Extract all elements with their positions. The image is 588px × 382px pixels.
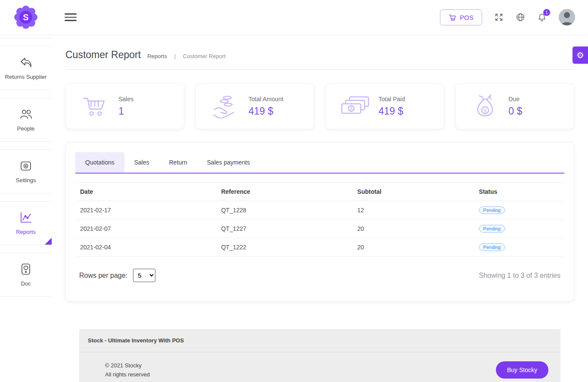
active-corner-indicator bbox=[45, 238, 52, 245]
table-row: 2021-02-04 QT_1222 20 Pending bbox=[77, 238, 563, 257]
status-badge: Pending bbox=[479, 206, 505, 214]
stat-label: Total Paid bbox=[378, 96, 405, 102]
sidebar-item-partial bbox=[0, 34, 52, 38]
copyright-text: © 2021 Stocky All rights reserved bbox=[105, 361, 150, 379]
cell-status: Pending bbox=[476, 201, 563, 220]
stat-card-sales: Sales 1 bbox=[65, 84, 184, 129]
tab-sales-payments[interactable]: Sales payments bbox=[197, 152, 260, 173]
cell-reference: QT_1227 bbox=[218, 220, 354, 238]
report-tabs: Quotations Sales Return Sales payments bbox=[75, 152, 564, 174]
column-header-subtotal: Subtotal bbox=[354, 183, 476, 201]
reports-chart-icon bbox=[19, 211, 33, 224]
sales-cart-icon bbox=[72, 95, 118, 118]
user-avatar[interactable] bbox=[559, 9, 575, 25]
tab-quotations[interactable]: Quotations bbox=[75, 152, 124, 173]
cell-date: 2021-02-04 bbox=[77, 238, 218, 257]
breadcrumb-separator: | bbox=[174, 53, 176, 59]
svg-text:$: $ bbox=[350, 106, 353, 111]
status-badge: Pending bbox=[479, 225, 505, 233]
sidebar-item-people[interactable]: People bbox=[0, 98, 52, 142]
table-row: 2021-02-07 QT_1227 20 Pending bbox=[77, 220, 563, 238]
stat-value: 1 bbox=[118, 106, 133, 117]
cell-reference: QT_1228 bbox=[218, 201, 354, 220]
logo-container: S bbox=[0, 6, 52, 29]
breadcrumb-current: Customer Report bbox=[183, 53, 226, 59]
pos-button-label: POS bbox=[460, 14, 473, 21]
quotations-table: Date Reference Subtotal Status 2021-02-1… bbox=[77, 182, 563, 257]
stat-label: Total Amount bbox=[248, 96, 283, 102]
stat-text: Sales 1 bbox=[118, 96, 133, 117]
content: Customer Report Reports | Customer Repor… bbox=[52, 34, 588, 382]
sidebar-item-returns-supplier[interactable]: Returns Supplier bbox=[0, 46, 52, 90]
stat-label: Sales bbox=[118, 96, 133, 102]
globe-icon bbox=[516, 12, 525, 22]
doc-icon bbox=[19, 263, 33, 276]
money-bag-icon: $ bbox=[462, 94, 508, 119]
rows-per-page-select[interactable]: 5 bbox=[133, 269, 155, 282]
notification-count-badge: 1 bbox=[543, 9, 550, 16]
tab-return[interactable]: Return bbox=[159, 152, 197, 173]
sidebar: Returns Supplier People Settings Reports bbox=[0, 34, 52, 382]
header-actions: POS 1 bbox=[440, 9, 588, 25]
notifications-button[interactable]: 1 bbox=[537, 12, 547, 22]
rows-per-page: Rows per page: 5 bbox=[79, 269, 155, 282]
footer-body: © 2021 Stocky All rights reserved Buy St… bbox=[79, 352, 560, 382]
report-panel: Quotations Sales Return Sales payments D… bbox=[65, 142, 574, 301]
sidebar-item-label: Doc bbox=[19, 280, 32, 287]
page-footer: Stock - Ultimate Inventory With POS © 20… bbox=[79, 329, 560, 382]
svg-text:S: S bbox=[23, 12, 28, 22]
status-badge: Pending bbox=[479, 243, 505, 251]
return-arrow-icon bbox=[19, 56, 33, 69]
table-header-row: Date Reference Subtotal Status bbox=[77, 183, 563, 201]
tab-sales[interactable]: Sales bbox=[124, 152, 159, 173]
stat-value: 0 $ bbox=[508, 106, 522, 117]
sidebar-item-settings[interactable]: Settings bbox=[0, 149, 52, 193]
column-header-status: Status bbox=[476, 183, 563, 201]
hand-coins-icon bbox=[202, 94, 248, 118]
rows-per-page-label: Rows per page: bbox=[79, 272, 127, 280]
cell-status: Pending bbox=[476, 220, 563, 238]
copyright-line1: © 2021 Stocky bbox=[105, 361, 150, 370]
sidebar-item-reports[interactable]: Reports bbox=[0, 201, 52, 245]
stat-value: 419 $ bbox=[248, 106, 283, 117]
fullscreen-button[interactable] bbox=[494, 12, 504, 22]
cell-subtotal: 12 bbox=[354, 201, 476, 220]
table-footer: Rows per page: 5 Showing 1 to 3 of 3 ent… bbox=[77, 269, 563, 282]
language-button[interactable] bbox=[516, 12, 525, 22]
buy-stocky-button[interactable]: Buy Stocky bbox=[496, 361, 548, 379]
expand-arrows-icon bbox=[494, 12, 504, 22]
cell-subtotal: 20 bbox=[354, 238, 476, 257]
table-row: 2021-02-17 QT_1228 12 Pending bbox=[77, 201, 563, 220]
page-title: Customer Report bbox=[65, 49, 141, 61]
menu-toggle-icon[interactable] bbox=[65, 11, 77, 23]
settings-box-icon bbox=[19, 159, 33, 172]
column-header-reference: Reference bbox=[218, 183, 354, 201]
sidebar-item-label: Settings bbox=[14, 177, 38, 184]
sidebar-item-doc[interactable]: Doc bbox=[0, 253, 52, 297]
copyright-line2: All rights reserved bbox=[105, 370, 150, 379]
logo-flower-icon: S bbox=[14, 6, 37, 29]
theme-settings-button[interactable]: ⚙ bbox=[573, 47, 588, 64]
stat-text: Total Paid 419 $ bbox=[378, 96, 405, 117]
app-logo[interactable]: S bbox=[14, 6, 37, 29]
sidebar-item-label: People bbox=[15, 125, 36, 132]
top-header: S POS bbox=[0, 0, 588, 34]
column-header-date: Date bbox=[77, 183, 218, 201]
table-container: Date Reference Subtotal Status 2021-02-1… bbox=[75, 174, 564, 282]
pos-button[interactable]: POS bbox=[440, 9, 482, 25]
stat-text: Due 0 $ bbox=[508, 96, 522, 117]
svg-text:$: $ bbox=[484, 108, 486, 113]
sidebar-item-label: Returns Supplier bbox=[3, 74, 49, 81]
cell-subtotal: 20 bbox=[354, 220, 476, 238]
main-area: Customer Report Reports | Customer Repor… bbox=[52, 0, 588, 382]
people-icon bbox=[19, 108, 33, 121]
avatar-image bbox=[559, 9, 575, 25]
cell-date: 2021-02-07 bbox=[77, 220, 218, 238]
banknotes-icon: $ bbox=[332, 96, 378, 117]
sidebar-item-label: Reports bbox=[14, 229, 37, 236]
stat-card-due: $ Due 0 $ bbox=[455, 84, 574, 129]
stat-card-total-amount: Total Amount 419 $ bbox=[195, 84, 314, 129]
footer-title: Stock - Ultimate Inventory With POS bbox=[79, 329, 560, 352]
breadcrumb-parent[interactable]: Reports bbox=[147, 53, 167, 59]
cell-status: Pending bbox=[476, 238, 563, 257]
